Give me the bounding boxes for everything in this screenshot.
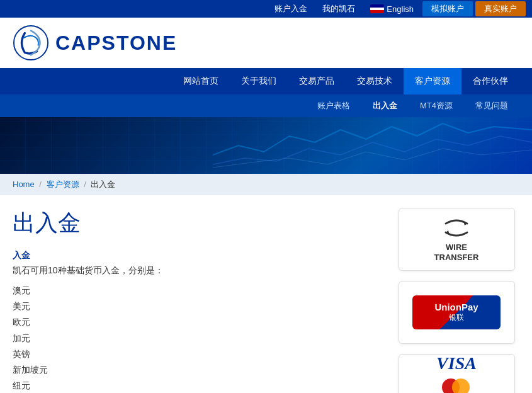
content-wrapper: 出入金 入金 凯石可用10种基础货币入金，分别是： 澳元美元欧元加元英镑新加坡元…	[0, 195, 532, 393]
visa-section: VISA	[436, 353, 477, 373]
nav-item-technology[interactable]: 交易技术	[346, 68, 404, 94]
list-item: 新加坡元	[13, 362, 375, 378]
logo-icon	[13, 25, 49, 61]
wire-transfer-icon	[441, 216, 472, 240]
unionpay-card: UnionPay 银联	[399, 281, 515, 344]
unionpay-cn: 银联	[449, 312, 464, 323]
flag-icon	[370, 4, 384, 13]
topbar-lang[interactable]: English	[364, 3, 420, 15]
subnav-faq[interactable]: 常见问题	[464, 94, 519, 117]
unionpay-badge: UnionPay 银联	[412, 295, 501, 329]
mc-circle-yellow	[452, 379, 470, 394]
header: CAPSTONE	[0, 18, 532, 68]
nav-item-resources[interactable]: 客户资源	[404, 68, 461, 94]
sub-nav: 账户表格 出入金 MT4资源 常见问题	[0, 94, 532, 117]
intro-text: 凯石可用10种基础货币入金，分别是：	[13, 265, 375, 276]
main-content: 出入金 入金 凯石可用10种基础货币入金，分别是： 澳元美元欧元加元英镑新加坡元…	[13, 208, 381, 393]
topbar-deposit-link[interactable]: 账户入金	[268, 2, 314, 16]
currency-list: 澳元美元欧元加元英镑新加坡元纽元日元港币瑞郎	[13, 283, 375, 393]
list-item: 纽元	[13, 378, 375, 393]
wire-transfer-label: WIRE TRANSFER	[434, 242, 479, 262]
mastercard-section: mastercard	[441, 379, 472, 394]
logo-text: CAPSTONE	[55, 31, 177, 55]
breadcrumb-parent[interactable]: 客户资源	[47, 179, 79, 189]
breadcrumb-current: 出入金	[91, 179, 115, 189]
subnav-account-table[interactable]: 账户表格	[306, 94, 361, 117]
logo-area: CAPSTONE	[13, 25, 214, 61]
breadcrumb-sep1: /	[39, 179, 42, 189]
subnav-deposit-withdraw[interactable]: 出入金	[361, 94, 409, 117]
list-item: 美元	[13, 299, 375, 314]
list-item: 加元	[13, 331, 375, 346]
demo-account-button[interactable]: 模拟账户	[422, 1, 473, 16]
unionpay-text: UnionPay	[434, 302, 478, 312]
mastercard-icon	[442, 379, 471, 394]
top-bar: 账户入金 我的凯石 English 模拟账户 真实账户	[0, 0, 532, 18]
nav-item-home[interactable]: 网站首页	[172, 68, 230, 94]
list-item: 澳元	[13, 283, 375, 299]
list-item: 英镑	[13, 346, 375, 362]
page-title: 出入金	[13, 208, 375, 239]
nav-item-about[interactable]: 关于我们	[230, 68, 288, 94]
nav-item-partners[interactable]: 合作伙伴	[461, 68, 519, 94]
wire-transfer-card: WIRE TRANSFER	[399, 208, 515, 271]
hero-banner	[0, 117, 532, 174]
topbar-my-link[interactable]: 我的凯石	[316, 2, 361, 16]
real-account-button[interactable]: 真实账户	[475, 1, 526, 16]
section-heading: 入金	[13, 250, 375, 261]
breadcrumb: Home / 客户资源 / 出入金	[0, 174, 532, 195]
nav-item-products[interactable]: 交易产品	[288, 68, 346, 94]
chart-decoration	[213, 117, 532, 174]
list-item: 欧元	[13, 314, 375, 330]
subnav-mt4[interactable]: MT4资源	[409, 94, 464, 117]
lang-label: English	[387, 4, 414, 14]
visa-text: VISA	[436, 353, 477, 373]
main-nav: 网站首页 关于我们 交易产品 交易技术 客户资源 合作伙伴	[0, 68, 532, 94]
sidebar: WIRE TRANSFER UnionPay 银联 VISA mastercar…	[393, 208, 519, 393]
visa-mc-card: VISA mastercard	[399, 354, 515, 393]
breadcrumb-sep2: /	[84, 179, 86, 189]
breadcrumb-home[interactable]: Home	[13, 179, 35, 189]
